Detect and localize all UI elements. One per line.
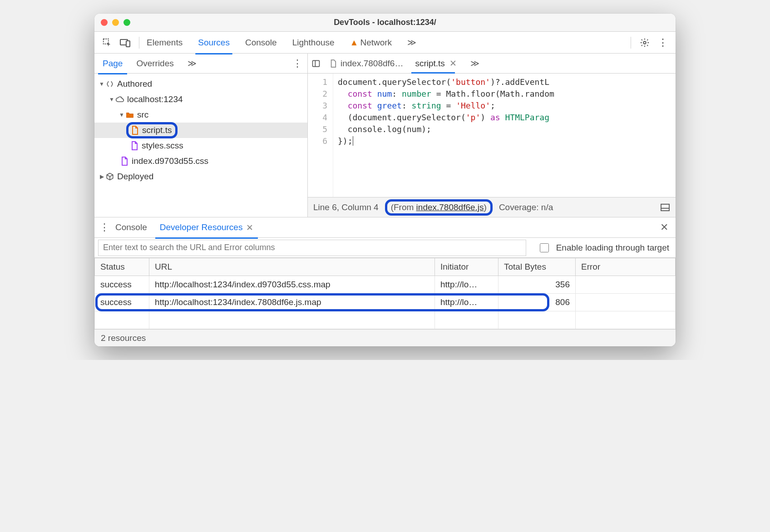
tree-group-deployed[interactable]: ▶ Deployed bbox=[94, 169, 307, 184]
annotation-highlight: script.ts bbox=[126, 122, 178, 138]
table-row[interactable]: success http://localhost:1234/index.d970… bbox=[95, 276, 676, 294]
navigator-more-tabs[interactable]: ≫ bbox=[183, 54, 201, 73]
window-title: DevTools - localhost:1234/ bbox=[94, 18, 676, 27]
editor-pane: index.7808df6… script.ts ✕ ≫ 123456 docu… bbox=[308, 54, 676, 217]
svg-rect-4 bbox=[313, 60, 320, 66]
tree-file-styles-scss[interactable]: styles.scss bbox=[94, 138, 307, 153]
sourcemap-link[interactable]: index.7808df6e.js bbox=[416, 202, 484, 212]
tree-file-script-ts[interactable]: script.ts bbox=[94, 123, 307, 138]
deployed-icon bbox=[105, 172, 114, 181]
navigator-menu-button[interactable]: ⋮ bbox=[291, 58, 304, 69]
enable-loading-checkbox[interactable]: Enable loading through target bbox=[530, 243, 676, 253]
code-editor[interactable]: 123456 document.querySelector('button')?… bbox=[308, 74, 676, 197]
dev-resources-table-wrap: Status URL Initiator Total Bytes Error s… bbox=[94, 258, 676, 329]
editor-tab-index[interactable]: index.7808df6… bbox=[325, 56, 407, 71]
close-tab-button[interactable]: ✕ bbox=[448, 58, 459, 69]
drawer-menu-button[interactable]: ⋮ bbox=[98, 222, 111, 233]
col-total-bytes[interactable]: Total Bytes bbox=[499, 258, 576, 276]
editor-tab-label: script.ts bbox=[415, 59, 444, 69]
tree-label: styles.scss bbox=[142, 141, 183, 151]
editor-tab-script[interactable]: script.ts ✕ bbox=[411, 55, 462, 71]
disclosure-triangle-icon: ▼ bbox=[108, 96, 115, 103]
toggle-nav-icon[interactable] bbox=[311, 59, 321, 68]
disclosure-triangle-icon: ▼ bbox=[118, 112, 125, 118]
tree-label: localhost:1234 bbox=[127, 94, 183, 104]
editor-more-tabs[interactable]: ≫ bbox=[467, 55, 483, 71]
cell-url: http://localhost:1234/index.d9703d55.css… bbox=[149, 276, 435, 294]
navigator-tab-page[interactable]: Page bbox=[98, 54, 127, 73]
enable-loading-checkbox-input[interactable] bbox=[540, 243, 549, 252]
inspect-icon[interactable] bbox=[100, 35, 114, 50]
devtools-window: DevTools - localhost:1234/ Elements Sour… bbox=[94, 14, 676, 346]
tree-label: script.ts bbox=[142, 125, 172, 135]
main-toolbar: Elements Sources Console Lighthouse ▲Net… bbox=[94, 32, 676, 54]
annotation-highlight bbox=[95, 293, 549, 311]
file-icon bbox=[130, 126, 139, 135]
file-tree: ▼ Authored ▼ localhost:1234 ▼ src bbox=[94, 74, 307, 217]
svg-rect-2 bbox=[126, 41, 130, 47]
tab-network[interactable]: ▲Network bbox=[349, 33, 393, 52]
col-url[interactable]: URL bbox=[149, 258, 435, 276]
tree-file-index-css[interactable]: index.d9703d55.css bbox=[94, 153, 307, 169]
table-row-empty bbox=[95, 311, 676, 329]
cell-error bbox=[576, 294, 676, 311]
svg-rect-6 bbox=[661, 204, 669, 210]
disclosure-triangle-icon: ▶ bbox=[98, 173, 105, 180]
settings-icon[interactable] bbox=[637, 35, 652, 50]
drawer-tab-dev-resources[interactable]: Developer Resources ✕ bbox=[155, 218, 258, 237]
cell-initiator: http://lo… bbox=[435, 276, 499, 294]
drawer-tab-label: Developer Resources bbox=[160, 222, 243, 232]
editor-tabs: index.7808df6… script.ts ✕ ≫ bbox=[308, 54, 676, 74]
titlebar: DevTools - localhost:1234/ bbox=[94, 14, 676, 32]
panel-tabs: Elements Sources Console Lighthouse ▲Net… bbox=[146, 33, 624, 52]
tab-lighthouse[interactable]: Lighthouse bbox=[291, 33, 336, 52]
col-initiator[interactable]: Initiator bbox=[435, 258, 499, 276]
col-error[interactable]: Error bbox=[576, 258, 676, 276]
drawer-tabs: ⋮ Console Developer Resources ✕ ✕ bbox=[94, 217, 676, 238]
tree-label: Deployed bbox=[117, 172, 153, 182]
separator bbox=[139, 37, 139, 49]
cell-error bbox=[576, 276, 676, 294]
tree-label: index.d9703d55.css bbox=[132, 156, 208, 166]
file-icon bbox=[130, 141, 139, 150]
tab-console[interactable]: Console bbox=[244, 33, 278, 52]
code-content: document.querySelector('button')?.addEve… bbox=[333, 74, 554, 197]
cloud-icon bbox=[115, 96, 124, 103]
tab-network-label: Network bbox=[360, 38, 392, 47]
drawer-tab-console[interactable]: Console bbox=[111, 218, 152, 237]
sourcemap-from-prefix: (From bbox=[391, 202, 416, 212]
cursor-position: Line 6, Column 4 bbox=[313, 202, 379, 212]
enable-loading-label: Enable loading through target bbox=[556, 243, 669, 253]
tree-label: src bbox=[137, 110, 148, 120]
close-tab-button[interactable]: ✕ bbox=[246, 222, 253, 233]
dev-resources-toolbar: Enable loading through target bbox=[94, 238, 676, 258]
annotation-highlight: (From index.7808df6e.js) bbox=[385, 199, 493, 216]
tree-group-authored[interactable]: ▼ Authored bbox=[94, 76, 307, 92]
navigator-tab-overrides[interactable]: Overrides bbox=[132, 54, 178, 73]
tab-sources[interactable]: Sources bbox=[197, 33, 231, 52]
device-toolbar-icon[interactable] bbox=[118, 35, 133, 50]
tree-label: Authored bbox=[117, 79, 152, 89]
navigator-tabs: Page Overrides ≫ ⋮ bbox=[94, 54, 307, 74]
sourcemap-from-suffix: ) bbox=[484, 202, 487, 212]
table-header-row: Status URL Initiator Total Bytes Error bbox=[95, 258, 676, 276]
warning-icon: ▲ bbox=[350, 38, 359, 47]
close-drawer-button[interactable]: ✕ bbox=[656, 222, 672, 233]
tab-elements[interactable]: Elements bbox=[146, 33, 183, 52]
dev-resources-status: 2 resources bbox=[94, 329, 676, 346]
col-status[interactable]: Status bbox=[95, 258, 149, 276]
cell-status: success bbox=[95, 276, 149, 294]
separator bbox=[631, 37, 631, 49]
file-icon bbox=[329, 59, 338, 68]
file-icon bbox=[120, 157, 129, 166]
editor-tab-label: index.7808df6… bbox=[341, 59, 403, 69]
tree-folder-src[interactable]: ▼ src bbox=[94, 107, 307, 123]
svg-point-3 bbox=[643, 41, 646, 44]
resources-count: 2 resources bbox=[101, 333, 146, 343]
main-menu-button[interactable]: ⋮ bbox=[656, 35, 670, 50]
disclosure-triangle-icon: ▼ bbox=[98, 81, 105, 87]
tree-host[interactable]: ▼ localhost:1234 bbox=[94, 92, 307, 107]
search-input[interactable] bbox=[98, 240, 526, 256]
collapse-bottom-icon[interactable] bbox=[660, 203, 670, 212]
more-tabs-button[interactable]: ≫ bbox=[406, 33, 417, 52]
